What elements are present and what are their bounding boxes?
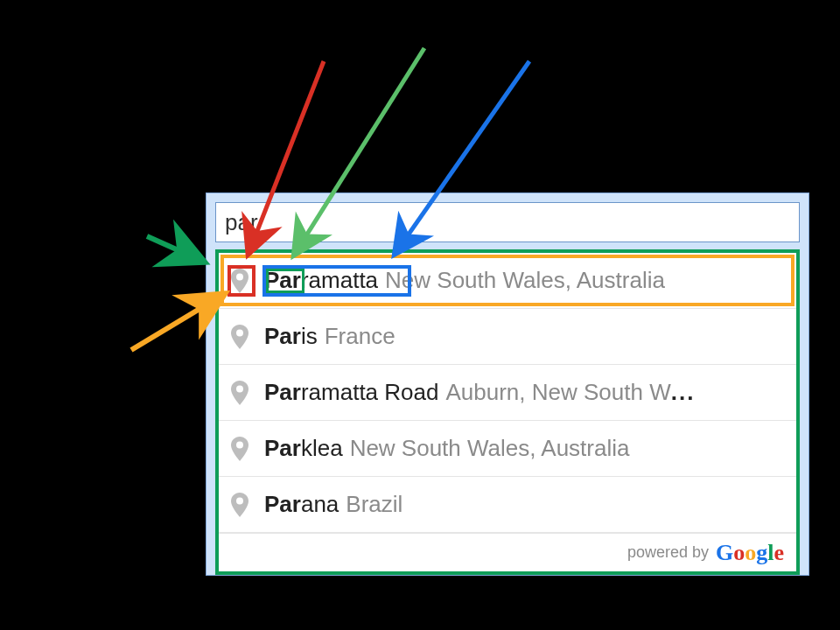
pin-icon [229,267,250,295]
pin-icon [229,379,250,407]
suggestion-secondary: Auburn, New South W [445,379,670,406]
suggestion-matched: Par [264,435,301,462]
suggestion-rest: ramatta [301,267,378,294]
autocomplete-panel: Parramatta New South Wales, Australia Pa… [206,192,809,576]
svg-point-0 [236,273,243,280]
suggestion-0[interactable]: Parramatta New South Wales, Australia [219,253,796,309]
suggestion-2[interactable]: Parramatta Road Auburn, New South W... [219,365,796,421]
svg-point-4 [236,497,243,504]
suggestion-secondary: New South Wales, Australia [350,435,630,462]
svg-point-2 [236,385,243,392]
suggestion-4[interactable]: Parana Brazil [219,477,796,533]
suggestion-secondary: New South Wales, Australia [385,267,665,294]
suggestion-secondary: France [325,323,396,350]
suggestion-rest: klea [301,435,343,462]
svg-point-1 [236,329,243,336]
suggestion-matched: Par [264,323,301,350]
suggestion-matched: Par [264,491,301,518]
suggestion-rest: ramatta Road [301,379,439,406]
google-logo: Google [716,540,784,566]
svg-point-3 [236,441,243,448]
suggestion-1[interactable]: Paris France [219,309,796,365]
truncation-ellipsis: ... [671,379,696,406]
arrow-container [147,236,206,262]
autocomplete-container: Parramatta New South Wales, Australia Pa… [215,249,800,575]
suggestion-matched: Par [264,267,301,294]
suggestion-3[interactable]: Parklea New South Wales, Australia [219,421,796,477]
search-input[interactable] [215,202,800,242]
suggestion-secondary: Brazil [346,491,402,518]
suggestion-rest: ana [301,491,339,518]
pin-icon [229,491,250,519]
pin-icon [229,435,250,463]
suggestion-matched: Par [264,379,301,406]
attribution-prefix: powered by [627,543,709,562]
attribution: powered by Google [219,533,796,571]
suggestion-rest: is [301,323,318,350]
pin-icon [229,323,250,351]
